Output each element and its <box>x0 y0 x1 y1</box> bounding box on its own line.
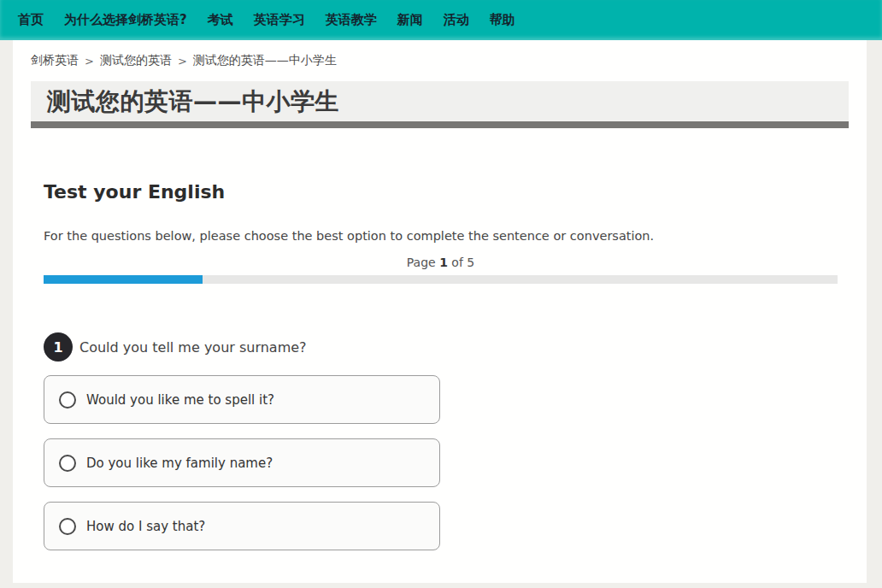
breadcrumb: 剑桥英语>测试您的英语>测试您的英语——中小学生 <box>31 53 849 68</box>
page-title-banner: 测试您的英语——中小学生 <box>31 81 849 128</box>
test-instructions: For the questions below, please choose t… <box>44 229 849 243</box>
page-sheet: 剑桥英语>测试您的英语>测试您的英语——中小学生 测试您的英语——中小学生 Te… <box>13 40 867 583</box>
main-nav: 首页为什么选择剑桥英语?考试英语学习英语教学新闻活动帮助 <box>0 0 882 40</box>
pager-prefix: Page <box>407 256 436 269</box>
answer-option-label: How do I say that? <box>86 519 205 534</box>
nav-item-1[interactable]: 为什么选择剑桥英语? <box>64 12 187 28</box>
progress-bar-fill <box>44 275 203 284</box>
radio-button-icon[interactable] <box>59 455 76 472</box>
question-text: Could you tell me your surname? <box>79 339 307 356</box>
nav-item-7[interactable]: 帮助 <box>490 12 515 28</box>
radio-button-icon[interactable] <box>59 391 76 409</box>
nav-item-4[interactable]: 英语教学 <box>326 12 377 28</box>
answer-option-0[interactable]: Would you like me to spell it? <box>44 375 440 424</box>
question-row: 1 Could you tell me your surname? <box>44 332 849 362</box>
breadcrumb-item-0[interactable]: 剑桥英语 <box>31 53 79 68</box>
page-title: 测试您的英语——中小学生 <box>47 85 339 118</box>
progress-bar <box>44 275 838 284</box>
answer-option-2[interactable]: How do I say that? <box>44 502 440 550</box>
nav-item-5[interactable]: 新闻 <box>397 12 423 28</box>
test-area: Test your English For the questions belo… <box>31 181 849 550</box>
answer-option-label: Would you like me to spell it? <box>86 392 274 408</box>
nav-item-2[interactable]: 考试 <box>208 12 233 28</box>
breadcrumb-item-2: 测试您的英语——中小学生 <box>193 53 337 68</box>
pager-text: Page 1 of 5 <box>44 256 838 269</box>
nav-item-3[interactable]: 英语学习 <box>254 12 305 28</box>
nav-item-0[interactable]: 首页 <box>18 12 44 28</box>
pager-of-word: of <box>451 256 463 269</box>
breadcrumb-separator: > <box>85 55 94 68</box>
answer-option-label: Do you like my family name? <box>86 456 273 471</box>
question-number-badge: 1 <box>44 332 73 362</box>
radio-button-icon[interactable] <box>59 518 76 535</box>
nav-item-6[interactable]: 活动 <box>444 12 469 28</box>
test-heading: Test your English <box>44 181 849 203</box>
breadcrumb-separator: > <box>178 55 187 68</box>
answer-options: Would you like me to spell it?Do you lik… <box>44 375 849 550</box>
answer-option-1[interactable]: Do you like my family name? <box>44 438 440 487</box>
breadcrumb-item-1[interactable]: 测试您的英语 <box>100 53 172 68</box>
pager-current-page: 1 <box>439 256 448 269</box>
pager-total-pages: 5 <box>467 256 474 269</box>
